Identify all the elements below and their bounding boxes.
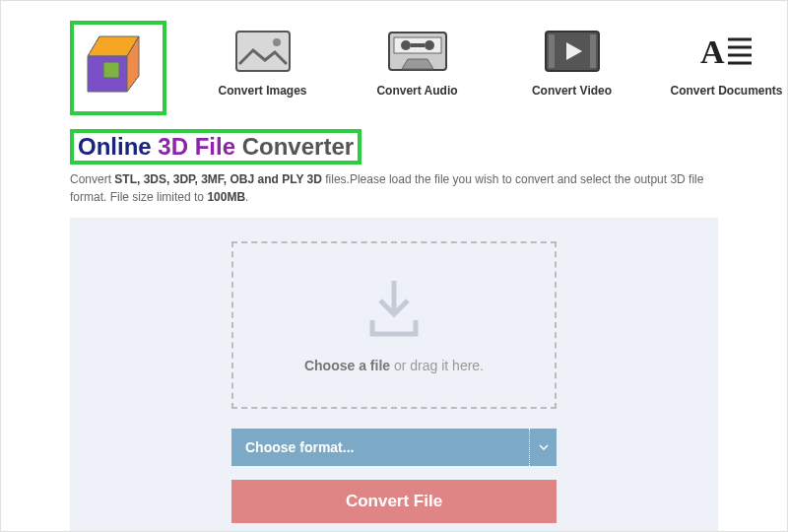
chevron-down-icon [529, 429, 557, 466]
convert-button-label: Convert File [346, 492, 442, 511]
document-icon: A [700, 27, 754, 76]
svg-point-11 [401, 40, 411, 50]
download-arrow-icon [366, 277, 422, 344]
svg-rect-13 [411, 43, 425, 47]
nav-convert-video[interactable]: Convert Video [510, 27, 633, 98]
svg-rect-3 [103, 62, 119, 78]
svg-text:A: A [700, 33, 725, 70]
description-text: Convert STL, 3DS, 3DP, 3MF, OBJ and PLY … [1, 165, 787, 206]
nav-label: Convert Images [218, 84, 306, 98]
image-icon [235, 27, 291, 76]
nav-label: Convert Video [532, 84, 612, 98]
title-word-converter: Converter [242, 133, 354, 160]
upload-panel: Choose a file or drag it here. Choose fo… [70, 218, 718, 532]
svg-point-8 [273, 38, 281, 46]
svg-rect-16 [549, 34, 555, 68]
cassette-icon [388, 27, 447, 76]
nav-convert-audio[interactable]: Convert Audio [356, 27, 479, 98]
nav-convert-documents[interactable]: A Convert Documents [665, 27, 788, 98]
format-select-label: Choose format... [231, 439, 529, 455]
nav-label: Convert Documents [670, 84, 782, 98]
dropzone-label: Choose a file or drag it here. [304, 358, 484, 373]
convert-file-button[interactable]: Convert File [231, 480, 557, 523]
title-word-online: Online [78, 133, 152, 160]
page-title: Online 3D File Converter [70, 129, 361, 165]
nav-convert-images[interactable]: Convert Images [201, 27, 324, 98]
format-select[interactable]: Choose format... [231, 429, 557, 466]
video-icon [545, 27, 600, 76]
svg-marker-14 [402, 59, 433, 69]
title-word-3dfile: 3D File [158, 133, 235, 160]
svg-rect-7 [236, 32, 290, 71]
logo-3d[interactable] [70, 21, 166, 115]
svg-point-12 [425, 40, 434, 50]
file-dropzone[interactable]: Choose a file or drag it here. [231, 241, 557, 409]
nav-label: Convert Audio [376, 84, 457, 98]
svg-rect-17 [590, 34, 596, 68]
